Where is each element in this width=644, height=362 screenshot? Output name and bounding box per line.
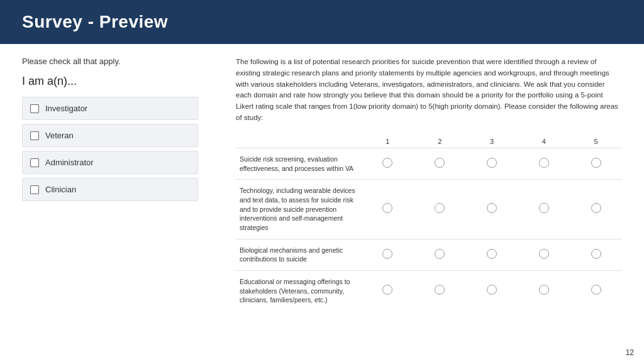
i-am-label: I am a(n)... bbox=[22, 75, 211, 88]
row-label-3: Educational or messaging offerings to st… bbox=[236, 271, 362, 312]
radio-1-5[interactable] bbox=[570, 180, 622, 239]
checkbox-box-administrator bbox=[30, 158, 39, 167]
col-5-header: 5 bbox=[570, 135, 622, 148]
left-panel: Please check all that apply. I am a(n)..… bbox=[22, 57, 211, 349]
radio-circle-3-5[interactable] bbox=[591, 285, 601, 295]
row-label-2: Biological mechanisms and genetic contri… bbox=[236, 239, 362, 270]
please-check-label: Please check all that apply. bbox=[22, 57, 211, 66]
checkbox-label-veteran: Veteran bbox=[45, 131, 74, 140]
checkbox-box-investigator bbox=[30, 104, 39, 113]
radio-2-1[interactable] bbox=[362, 239, 414, 270]
radio-circle-2-1[interactable] bbox=[382, 249, 392, 259]
radio-1-1[interactable] bbox=[362, 180, 414, 239]
radio-1-2[interactable] bbox=[414, 180, 466, 239]
radio-circle-1-4[interactable] bbox=[539, 203, 549, 213]
radio-circle-1-1[interactable] bbox=[382, 203, 392, 213]
col-1-header: 1 bbox=[362, 135, 414, 148]
rating-table: 1 2 3 4 5 Suicide risk screening, evalua… bbox=[236, 135, 622, 311]
page-header: Survey - Preview bbox=[0, 0, 644, 44]
page-number: 12 bbox=[626, 348, 634, 357]
checkbox-label-administrator: Administrator bbox=[45, 158, 94, 167]
radio-0-5[interactable] bbox=[570, 148, 622, 179]
radio-circle-2-4[interactable] bbox=[539, 249, 549, 259]
radio-3-1[interactable] bbox=[362, 271, 414, 312]
radio-circle-0-3[interactable] bbox=[487, 158, 497, 168]
checkbox-veteran[interactable]: Veteran bbox=[22, 124, 198, 147]
right-panel: The following is a list of potential res… bbox=[230, 57, 622, 349]
radio-2-4[interactable] bbox=[518, 239, 570, 270]
table-row: Biological mechanisms and genetic contri… bbox=[236, 239, 622, 270]
radio-circle-3-3[interactable] bbox=[487, 285, 497, 295]
radio-0-3[interactable] bbox=[466, 148, 518, 179]
radio-0-1[interactable] bbox=[362, 148, 414, 179]
checkbox-investigator[interactable]: Investigator bbox=[22, 97, 198, 120]
radio-3-5[interactable] bbox=[570, 271, 622, 312]
radio-circle-0-4[interactable] bbox=[539, 158, 549, 168]
col-4-header: 4 bbox=[518, 135, 570, 148]
radio-1-3[interactable] bbox=[466, 180, 518, 239]
radio-circle-0-1[interactable] bbox=[382, 158, 392, 168]
table-header-row: 1 2 3 4 5 bbox=[236, 135, 622, 148]
radio-2-5[interactable] bbox=[570, 239, 622, 270]
col-3-header: 3 bbox=[466, 135, 518, 148]
radio-2-2[interactable] bbox=[414, 239, 466, 270]
table-row: Educational or messaging offerings to st… bbox=[236, 271, 622, 312]
radio-0-4[interactable] bbox=[518, 148, 570, 179]
col-2-header: 2 bbox=[414, 135, 466, 148]
radio-3-4[interactable] bbox=[518, 271, 570, 312]
checkbox-label-clinician: Clinician bbox=[45, 185, 76, 194]
main-content: Please check all that apply. I am a(n)..… bbox=[0, 44, 644, 362]
table-row: Suicide risk screening, evaluation effec… bbox=[236, 148, 622, 179]
radio-circle-1-2[interactable] bbox=[435, 203, 445, 213]
radio-circle-1-3[interactable] bbox=[487, 203, 497, 213]
radio-circle-3-4[interactable] bbox=[539, 285, 549, 295]
radio-1-4[interactable] bbox=[518, 180, 570, 239]
radio-3-3[interactable] bbox=[466, 271, 518, 312]
radio-circle-0-2[interactable] bbox=[435, 158, 445, 168]
table-row: Technology, including wearable devices a… bbox=[236, 180, 622, 239]
page-title: Survey - Preview bbox=[22, 12, 168, 32]
checkbox-clinician[interactable]: Clinician bbox=[22, 178, 198, 201]
row-label-0: Suicide risk screening, evaluation effec… bbox=[236, 148, 362, 179]
radio-circle-3-2[interactable] bbox=[435, 285, 445, 295]
radio-circle-2-3[interactable] bbox=[487, 249, 497, 259]
radio-circle-2-2[interactable] bbox=[435, 249, 445, 259]
radio-circle-3-1[interactable] bbox=[382, 285, 392, 295]
radio-circle-1-5[interactable] bbox=[591, 203, 601, 213]
checkbox-box-clinician bbox=[30, 185, 39, 194]
radio-0-2[interactable] bbox=[414, 148, 466, 179]
checkbox-box-veteran bbox=[30, 131, 39, 140]
checkbox-label-investigator: Investigator bbox=[45, 104, 87, 113]
checkbox-administrator[interactable]: Administrator bbox=[22, 151, 198, 174]
radio-2-3[interactable] bbox=[466, 239, 518, 270]
radio-3-2[interactable] bbox=[414, 271, 466, 312]
col-label-header bbox=[236, 135, 362, 148]
radio-circle-2-5[interactable] bbox=[591, 249, 601, 259]
row-label-1: Technology, including wearable devices a… bbox=[236, 180, 362, 239]
description-text: The following is a list of potential res… bbox=[236, 57, 622, 124]
radio-circle-0-5[interactable] bbox=[591, 158, 601, 168]
